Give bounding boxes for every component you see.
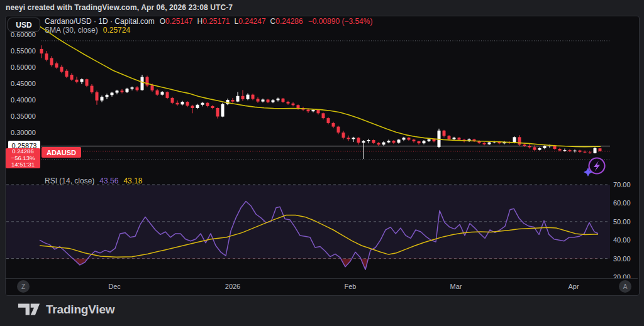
sma-value: 0.25724 (103, 26, 130, 35)
sma-label: SMA (30, close) (45, 26, 98, 35)
rsi-value: 43.56 (99, 177, 118, 185)
price-tick: 0.55000 (11, 46, 36, 55)
sma-legend[interactable]: SMA (30, close) 0.25724 (45, 26, 130, 35)
timezone-button[interactable]: Z (17, 280, 30, 293)
rsi-tick: 40.00 (613, 236, 631, 244)
price-tick: 0.40000 (11, 95, 36, 104)
time-scale[interactable]: Z A Dec2026FebMarApr (6, 278, 638, 295)
rsi-ma-value: 43.18 (123, 177, 142, 185)
tradingview-snapshot: neeyi created with TradingView.com, Apr … (0, 0, 644, 326)
time-tick: Feb (345, 283, 357, 290)
symbol-price-tag: ADAUSD (42, 147, 81, 158)
rsi-label: RSI (14, close) (45, 177, 94, 185)
price-tick: 0.30000 (11, 128, 36, 137)
flash-reaction-icon[interactable] (584, 154, 609, 178)
ohlc-pair: C0.24286 (270, 17, 303, 26)
time-tick: 2026 (225, 283, 240, 290)
time-tick: Apr (568, 283, 579, 290)
price-tick: 0.45000 (11, 79, 36, 88)
rsi-tick: 60.00 (613, 198, 631, 207)
ohlc-pair: H0.25171 (197, 17, 230, 26)
rsi-legend[interactable]: RSI (14, close) 43.56 43.18 (45, 177, 142, 185)
rsi-tick: 50.00 (613, 217, 631, 226)
ohlc-pair: O0.25147 (160, 17, 193, 26)
ohlc-values: O0.25147H0.25171L0.24247C0.24286 (160, 17, 303, 26)
symbol-legend[interactable]: Cardano/USD · 1D · Capital.com O0.25147H… (45, 17, 372, 26)
last-price-label: 0.24286 −56.13% 14:51:31 (6, 148, 40, 168)
rsi-tick: 70.00 (613, 180, 631, 189)
symbol-title: Cardano/USD · 1D · Capital.com (45, 17, 155, 26)
time-tick: Dec (108, 283, 121, 290)
currency-toggle-button[interactable]: USD (8, 18, 40, 32)
rsi-tick: 30.00 (613, 254, 631, 263)
ohlc-pair: L0.24247 (235, 17, 266, 26)
chart-canvas[interactable] (0, 0, 644, 326)
change-value: −0.00890 (−3.54%) (308, 17, 373, 26)
time-tick: Mar (450, 283, 462, 290)
price-tick: 0.50000 (11, 63, 36, 72)
auto-scale-button[interactable]: A (619, 280, 631, 293)
bar-countdown: 14:51:31 (11, 161, 35, 168)
price-tick: 0.35000 (11, 112, 36, 121)
